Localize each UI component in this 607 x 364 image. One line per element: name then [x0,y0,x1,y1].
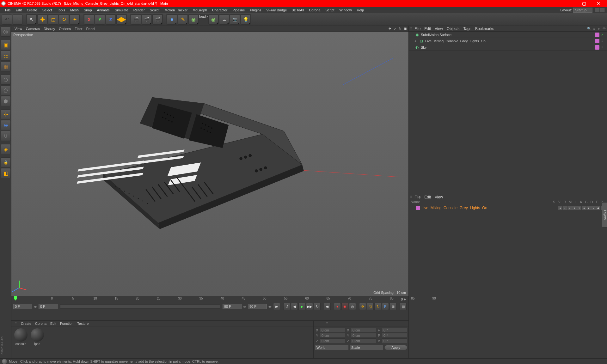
viewport[interactable]: Perspective [11,32,408,296]
obj-label[interactable]: Sky [420,46,595,49]
coord-Z-v1[interactable]: 0 cm [320,338,345,343]
menu-script[interactable]: Script [323,8,337,12]
vp-menu-cameras[interactable]: Cameras [24,27,42,31]
menu-3dtoall[interactable]: 3DToAll [289,8,306,12]
edge-mode-button[interactable] [1,85,11,95]
objmgr-search-icon[interactable]: 🔍 [587,27,591,31]
minimize-button[interactable]: — [562,0,577,7]
undo-button[interactable] [2,15,12,25]
take-label[interactable]: Live_Mixing_Console_Grey_Lights_On [421,206,558,210]
coord-X-v3[interactable]: 0 ° [382,328,407,332]
obj-live-mixing-console-grey-lights-on[interactable]: +⊡Live_Mixing_Console_Grey_Lights_On⠿ [409,38,607,44]
takemgr-menu-view[interactable]: View [433,195,445,199]
key-rot-button[interactable]: ↻ [374,303,381,310]
menu-file[interactable]: File [3,8,13,12]
menu-motion-tracker[interactable]: Motion Tracker [162,8,190,12]
menu-help[interactable]: Help [354,8,367,12]
vp-zoom-icon[interactable]: ⤢ [393,27,397,31]
record-button[interactable]: ● [334,303,341,310]
object-tree[interactable]: −◉Subdivision Surface✓+⊡Live_Mixing_Cons… [409,32,607,194]
next-frame-button[interactable]: ▶▶ [306,303,313,310]
take-col-name[interactable]: Name [411,200,551,205]
viewport-solo-button[interactable] [1,168,11,178]
material-ipad[interactable]: ipad [30,328,45,346]
layout-icon-2[interactable] [600,8,604,12]
coord-X-v1[interactable]: 0 cm [320,328,345,332]
snap-button[interactable] [1,131,11,141]
take-col-g[interactable]: G [584,200,589,205]
takemgr-menu-edit[interactable]: Edit [422,195,433,199]
layout-icon-1[interactable] [595,8,599,12]
objmgr-menu-bookmarks[interactable]: Bookmarks [473,27,496,31]
expand-icon[interactable]: − [410,33,414,37]
take-col-r[interactable]: R [562,200,567,205]
render-region-button[interactable] [142,15,152,25]
current-frame-input[interactable] [39,304,58,309]
axis-mode-button[interactable] [1,109,11,119]
axis-y-toggle[interactable] [95,15,105,25]
vp-pan-icon[interactable]: ✥ [388,27,392,31]
visibility-tag-icon[interactable]: ✓ [600,33,604,37]
objmgr-eye-icon[interactable]: 👁 [602,27,606,31]
mat-menu-corona[interactable]: Corona [35,322,46,325]
spline-button[interactable] [178,15,188,25]
coord-Y-v2[interactable]: 0 cm [351,333,376,338]
prev-frame-button[interactable]: ◀ [291,303,298,310]
play-button[interactable]: ▶ [298,303,305,310]
scale-tool[interactable] [48,15,58,25]
maximize-button[interactable]: ▢ [577,0,591,7]
expand-icon[interactable]: + [414,39,418,43]
menu-tools[interactable]: Tools [54,8,68,12]
coord-world-select[interactable]: World [315,345,348,350]
menu-mesh[interactable]: Mesh [68,8,81,12]
recent-tool[interactable] [70,15,80,25]
menu-animate[interactable]: Animate [95,8,112,12]
point-mode-button[interactable] [1,75,11,85]
coord-scale-select[interactable]: Scale [350,345,383,350]
menu-corona[interactable]: Corona [306,8,323,12]
environment-button[interactable] [219,15,229,25]
vp-toggle-icon[interactable]: ▣ [403,27,407,31]
menu-window[interactable]: Window [337,8,354,12]
menu-character[interactable]: Character [210,8,230,12]
take-row[interactable]: Live_Mixing_Console_Grey_Lights_On ●▪▪▾▾… [409,205,607,211]
model-mode-button[interactable] [1,40,11,50]
generator-button[interactable] [188,15,199,25]
coord-Y-v3[interactable]: 0 ° [382,333,407,338]
key-scale-button[interactable]: ◱ [367,303,374,310]
key-param-button[interactable]: P [382,303,389,310]
start-frame-input[interactable] [13,304,32,309]
prev-key-button[interactable]: ↺ [283,303,290,310]
axis-z-toggle[interactable] [106,15,116,25]
take-col-s[interactable]: S [551,200,557,205]
vp-menu-options[interactable]: Options [57,27,73,31]
menu-create[interactable]: Create [24,8,40,12]
menu-simulate[interactable]: Simulate [112,8,131,12]
render-view-button[interactable] [131,15,141,25]
texture-mode-button[interactable] [1,51,11,61]
material-tag-icon[interactable] [595,45,599,50]
rotate-tool[interactable] [59,15,69,25]
keyframe-sel-button[interactable]: ◎ [349,303,356,310]
render-settings-button[interactable] [152,15,162,25]
vp-menu-panel[interactable]: Panel [84,27,97,31]
close-button[interactable]: ✕ [591,0,606,7]
menu-v-ray-bridge[interactable]: V-Ray Bridge [264,8,290,12]
camera-button[interactable] [230,15,240,25]
take-col-m[interactable]: M [567,200,573,205]
timeline-ruler[interactable]: 051015202530354045505560657075808590 0 F [11,296,408,302]
take-col-e[interactable]: E [594,200,600,205]
timeline-scrollbar[interactable] [60,304,220,309]
take-col-d[interactable]: D [589,200,594,205]
menu-pipeline[interactable]: Pipeline [230,8,247,12]
layout-select[interactable]: Startup [573,8,592,13]
material-tag-icon[interactable] [595,33,599,37]
goto-start-button[interactable]: ⏮ [273,303,280,310]
next-key-button[interactable]: ↻ [314,303,321,310]
controls-tag-icon[interactable]: ⠿ [600,45,604,50]
end-frame-input[interactable] [223,304,242,309]
vp-orbit-icon[interactable]: ↻ [398,27,402,31]
obj-subdivision surface[interactable]: −◉Subdivision Surface✓ [409,32,607,38]
vp-menu-view[interactable]: View [13,27,24,31]
workplane-mode-button[interactable] [1,61,11,71]
